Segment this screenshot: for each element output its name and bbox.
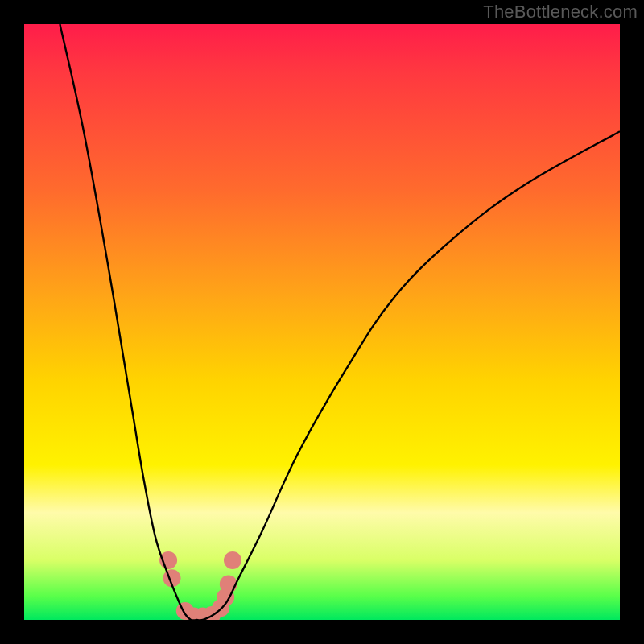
attribution-text: TheBottleneck.com [483,2,638,23]
marker-dot [224,551,242,569]
chart-frame: TheBottleneck.com [0,0,644,644]
chart-svg [24,24,620,620]
plot-area [24,24,620,620]
bottleneck-curve [60,24,620,620]
